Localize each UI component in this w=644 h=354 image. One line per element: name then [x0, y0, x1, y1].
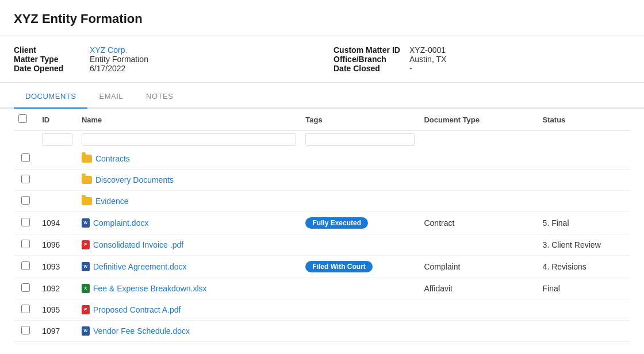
tag-badge: Filed With Court — [305, 261, 373, 272]
col-header-doctype: Document Type — [419, 109, 538, 131]
client-label: Client — [14, 45, 83, 55]
office-label: Office/Branch — [334, 55, 402, 64]
col-header-id: ID — [37, 109, 77, 131]
row-status: 4. Revisions — [538, 256, 630, 278]
row-name-link[interactable]: Discovery Documents — [95, 175, 174, 184]
filter-id-input[interactable] — [42, 133, 72, 146]
row-name-link[interactable]: Proposed Contract A.pdf — [93, 305, 181, 314]
filter-tags-cell — [301, 131, 419, 149]
row-checkbox[interactable] — [21, 305, 30, 313]
row-name: WDefinitive Agreement.docx — [77, 256, 301, 278]
row-checkbox[interactable] — [21, 175, 30, 183]
meta-row-custom-id: Custom Matter ID XYZ-0001 — [334, 45, 630, 55]
meta-row-client: Client XYZ Corp. — [14, 45, 310, 55]
row-name-link[interactable]: Fee & Expense Breakdown.xlsx — [93, 284, 207, 293]
xlsx-icon: X — [82, 284, 90, 293]
date-closed-value: - — [409, 64, 412, 73]
filter-id-cell — [37, 131, 77, 149]
row-name-link[interactable]: Vendor Fee Schedule.docx — [93, 326, 190, 336]
row-status — [538, 321, 630, 342]
row-doctype: Affidavit — [419, 278, 538, 299]
matter-type-value: Entity Formation — [90, 55, 148, 64]
tab-documents[interactable]: DOCUMENTS — [14, 85, 87, 109]
matter-type-label: Matter Type — [14, 55, 83, 64]
client-value[interactable]: XYZ Corp. — [90, 45, 127, 55]
row-checkbox[interactable] — [21, 240, 30, 248]
date-opened-value: 6/17/2022 — [90, 64, 125, 73]
row-id: 1094 — [37, 212, 77, 234]
folder-icon — [82, 197, 92, 205]
row-name: Discovery Documents — [77, 170, 301, 191]
row-checkbox[interactable] — [21, 326, 30, 334]
tab-notes[interactable]: NOTES — [135, 85, 185, 109]
row-checkbox[interactable] — [21, 261, 30, 270]
filter-name-input[interactable] — [82, 133, 296, 146]
page-title: XYZ Entity Formation — [14, 11, 143, 26]
row-doctype — [419, 321, 538, 342]
meta-row-matter-type: Matter Type Entity Formation — [14, 55, 310, 64]
table-row: Contracts — [14, 148, 630, 170]
filter-row — [14, 131, 630, 149]
select-all-checkbox[interactable] — [18, 114, 27, 123]
row-checkbox[interactable] — [21, 196, 30, 205]
row-checkbox-cell — [14, 321, 37, 342]
meta-row-date-opened: Date Opened 6/17/2022 — [14, 64, 310, 73]
row-tags — [301, 170, 419, 191]
row-tags — [301, 148, 419, 170]
row-checkbox-cell — [14, 256, 37, 278]
pdf-icon: P — [82, 305, 90, 314]
tab-email[interactable]: EMAIL — [87, 85, 135, 109]
office-value: Austin, TX — [409, 55, 446, 64]
row-checkbox[interactable] — [21, 153, 30, 162]
table-row: 1092XFee & Expense Breakdown.xlsxAffidav… — [14, 278, 630, 299]
col-header-tags: Tags — [301, 109, 419, 131]
row-name: Evidence — [77, 191, 301, 212]
row-checkbox-cell — [14, 191, 37, 212]
row-name: Contracts — [77, 148, 301, 170]
row-checkbox[interactable] — [21, 218, 30, 226]
filter-name-cell — [77, 131, 301, 149]
meta-right: Custom Matter ID XYZ-0001 Office/Branch … — [334, 45, 630, 73]
row-doctype — [419, 191, 538, 212]
table-row: Discovery Documents — [14, 170, 630, 191]
documents-table-wrapper: ID Name Tags Document Type Status Contra… — [0, 109, 644, 342]
row-id — [37, 170, 77, 191]
custom-id-label: Custom Matter ID — [334, 45, 402, 55]
row-doctype — [419, 234, 538, 256]
row-name-link[interactable]: Contracts — [95, 154, 130, 163]
row-name-link[interactable]: Complaint.docx — [93, 218, 149, 228]
folder-icon — [82, 155, 92, 163]
pdf-icon: P — [82, 240, 90, 249]
row-status — [538, 170, 630, 191]
row-name: WComplaint.docx — [77, 212, 301, 234]
row-name-link[interactable]: Consolidated Invoice .pdf — [93, 240, 183, 249]
row-tags — [301, 234, 419, 256]
filter-tags-input[interactable] — [305, 133, 415, 146]
row-doctype — [419, 148, 538, 170]
docx-icon: W — [82, 326, 90, 336]
table-row: 1097WVendor Fee Schedule.docx — [14, 321, 630, 342]
documents-table: ID Name Tags Document Type Status Contra… — [14, 109, 630, 342]
row-doctype — [419, 170, 538, 191]
row-name: XFee & Expense Breakdown.xlsx — [77, 278, 301, 299]
row-id — [37, 191, 77, 212]
table-row: 1093WDefinitive Agreement.docxFiled With… — [14, 256, 630, 278]
col-header-name: Name — [77, 109, 301, 131]
row-status: 5. Final — [538, 212, 630, 234]
page-header: XYZ Entity Formation — [0, 0, 644, 36]
meta-section: Client XYZ Corp. Matter Type Entity Form… — [0, 36, 644, 83]
row-tags — [301, 321, 419, 342]
row-doctype — [419, 299, 538, 321]
row-checkbox-cell — [14, 278, 37, 299]
row-id — [37, 148, 77, 170]
meta-row-date-closed: Date Closed - — [334, 64, 630, 73]
row-checkbox[interactable] — [21, 283, 30, 292]
row-status — [538, 148, 630, 170]
row-name-link[interactable]: Evidence — [95, 197, 129, 206]
row-name-link[interactable]: Definitive Agreement.docx — [93, 262, 187, 271]
col-header-check — [14, 109, 37, 131]
tabs-bar: DOCUMENTS EMAIL NOTES — [0, 85, 644, 109]
row-checkbox-cell — [14, 299, 37, 321]
meta-left: Client XYZ Corp. Matter Type Entity Form… — [14, 45, 310, 73]
row-tags: Filed With Court — [301, 256, 419, 278]
